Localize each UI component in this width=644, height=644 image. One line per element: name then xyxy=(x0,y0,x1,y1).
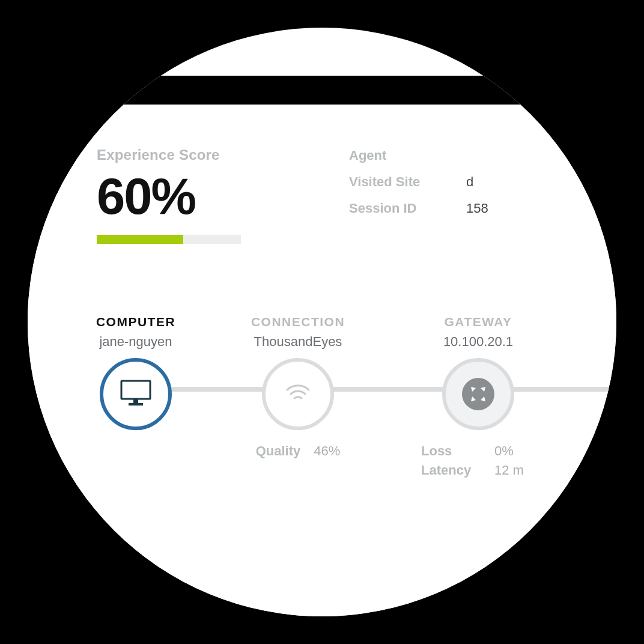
zoom-icon[interactable] xyxy=(70,86,78,94)
path-node-computer[interactable]: COMPUTER jane-nguyen xyxy=(64,315,208,430)
dashboard-content: Experience Score 60% Agent Visited Site … xyxy=(28,105,616,616)
gateway-latency-value: 12 m xyxy=(494,463,524,478)
gateway-latency-key: Latency xyxy=(421,463,481,478)
summary-row: Experience Score 60% Agent Visited Site … xyxy=(97,147,616,244)
svg-marker-5 xyxy=(471,396,476,401)
experience-score-bar xyxy=(97,235,241,244)
svg-marker-3 xyxy=(471,387,476,392)
session-meta: Agent Visited Site d Session ID 158 xyxy=(349,147,616,227)
node-connection-header: CONNECTION xyxy=(251,315,345,329)
meta-agent-row: Agent xyxy=(349,148,616,163)
meta-agent-key: Agent xyxy=(349,148,466,163)
node-computer-circle[interactable] xyxy=(100,358,172,430)
network-path-row: COMPUTER jane-nguyen CONNECTION xyxy=(64,315,568,482)
node-computer-header: COMPUTER xyxy=(96,315,175,329)
svg-rect-0 xyxy=(121,381,150,399)
meta-site-value: d xyxy=(466,174,473,190)
node-connection-circle[interactable] xyxy=(262,358,334,430)
node-connection-sub: ThousandEyes xyxy=(254,334,342,350)
meta-session-value: 158 xyxy=(466,201,488,216)
minimize-icon[interactable] xyxy=(55,86,64,94)
meta-session-key: Session ID xyxy=(349,201,466,216)
meta-site-key: Visited Site xyxy=(349,174,466,190)
node-gateway-sub: 10.100.20.1 xyxy=(443,334,513,350)
meta-site-row: Visited Site d xyxy=(349,174,616,190)
path-connector-2 xyxy=(313,387,454,392)
monitor-icon xyxy=(120,380,151,409)
experience-score-value: 60% xyxy=(97,171,349,222)
gateway-metrics: Loss 0% Latency 12 m xyxy=(421,443,535,482)
wifi-icon xyxy=(286,384,310,404)
connection-quality-value: 46% xyxy=(314,443,340,459)
svg-rect-2 xyxy=(129,403,143,406)
gateway-loss-key: Loss xyxy=(421,443,481,459)
svg-rect-1 xyxy=(133,399,138,403)
close-icon[interactable] xyxy=(41,86,49,94)
node-computer-sub: jane-nguyen xyxy=(99,334,172,350)
node-gateway-circle[interactable] xyxy=(442,358,514,430)
gateway-loss-value: 0% xyxy=(494,443,514,459)
node-gateway-header: GATEWAY xyxy=(444,315,512,329)
browser-window: Experience Score 60% Agent Visited Site … xyxy=(28,76,616,616)
circle-viewport: Experience Score 60% Agent Visited Site … xyxy=(28,28,616,616)
svg-marker-4 xyxy=(481,387,485,392)
experience-score-block: Experience Score 60% xyxy=(97,147,349,244)
experience-score-bar-fill xyxy=(97,235,183,244)
svg-marker-6 xyxy=(481,396,485,401)
path-node-gateway[interactable]: GATEWAY 10.100.20.1 xyxy=(388,315,568,482)
experience-score-label: Experience Score xyxy=(97,147,349,163)
meta-session-row: Session ID 158 xyxy=(349,201,616,216)
connection-metrics: Quality 46% xyxy=(256,443,341,463)
window-titlebar xyxy=(28,76,616,105)
arrows-out-icon xyxy=(462,378,494,410)
connection-quality-key: Quality xyxy=(256,443,301,459)
